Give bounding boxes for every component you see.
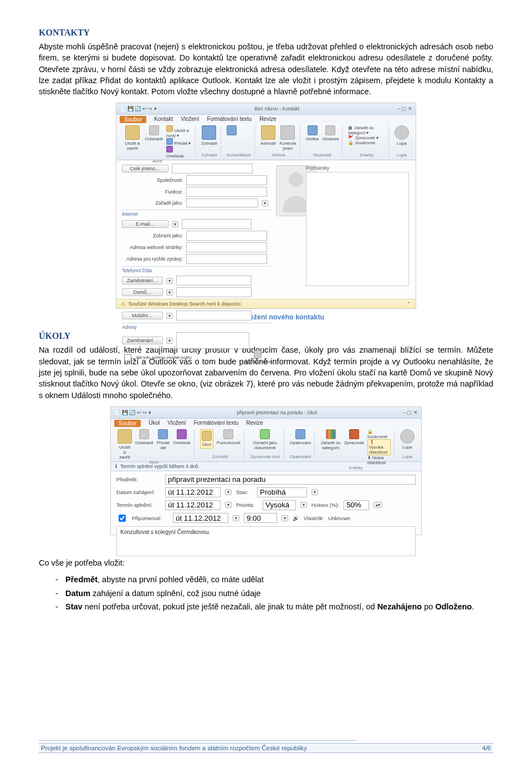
input-due[interactable] [165,500,221,510]
tab2-format[interactable]: Formátování textu [194,420,239,427]
qat-icons-2: 📄 💾 🔄 ↩ ↪ ▾ [114,410,151,415]
select-fileas[interactable] [186,199,258,207]
input-reminder-date[interactable] [173,513,228,523]
tab-format[interactable]: Formátování textu [207,116,252,123]
btn2-flag[interactable]: Zpracovat [344,440,364,445]
group-actions: Akce [123,159,192,164]
notes-textarea[interactable] [306,172,409,286]
group2-zoom-lbl: Lupa [400,454,415,459]
dd-remdate[interactable]: ▾ [233,515,239,521]
btn2-recur[interactable]: Opakování [290,440,311,445]
input-reminder-time[interactable] [244,513,277,523]
heading-kontakty: KONTAKTY [39,28,493,38]
tab-file[interactable]: Soubor [120,116,146,123]
lbl-subject: Předmět: [116,476,161,482]
btn2-complete[interactable]: Označit jako dokončené [250,440,280,450]
tab2-insert[interactable]: Vložení [167,420,186,427]
sound-icon[interactable]: 🔊 [293,515,299,521]
input-bizaddr[interactable] [176,332,249,349]
para-kontakty: Abyste mohli úspěšně pracovat (nejen) s … [39,41,493,97]
btn2-del[interactable]: Odstranit [135,440,153,445]
dd-work[interactable]: ▾ [166,278,173,284]
dropdown-email[interactable]: ▾ [172,221,178,227]
input-company[interactable] [186,175,267,185]
figure-task-window: 📄 💾 🔄 ↩ ↪ ▾ připravit prezentaci na pora… [110,406,422,535]
dropdown-fileas[interactable]: ▾ [262,200,268,206]
window-title-2: připravit prezentaci na poradu - Úkol [237,410,317,415]
dd-remtime[interactable]: ▾ [282,515,288,521]
input-mobilephone[interactable] [176,311,252,321]
input-homephone[interactable] [176,287,252,297]
dd-mobile[interactable]: ▾ [166,313,173,319]
bullet-list: Předmět, abyste na první pohled věděli, … [55,574,493,612]
lbl-company: Společnost: [122,177,183,183]
task-body-text[interactable]: Konzultovat s kolegyní Čermákovou. [116,526,416,556]
tab2-file[interactable]: Soubor [114,420,141,427]
input-email[interactable] [182,219,252,229]
btn-picture[interactable]: Obrázek [322,136,339,141]
lbl-owner: Vlastník: [304,515,324,521]
status-chevron[interactable]: ⌃ [407,301,411,307]
btn2-high[interactable]: Vysoká důležitost [369,445,388,455]
tab-contact[interactable]: Kontakt [154,116,173,123]
input-status[interactable] [257,487,307,497]
btn-zoom[interactable]: Lupa [395,141,409,146]
btn2-cat[interactable]: Zařadit do kategorií [320,440,341,450]
btn-delete[interactable]: Odstranit [145,136,163,141]
list-item: Předmět, abyste na první pohled věděli, … [55,574,493,585]
group-names: Jména [260,152,296,157]
btn-map[interactable]: Najít na mapě [244,359,272,364]
input-fullname[interactable] [172,164,253,174]
spinner-complete[interactable]: ▴▾ [374,502,382,508]
btn-workphone[interactable]: Zaměstnání… [122,277,163,284]
btn2-low[interactable]: Nízká důležitost [367,455,386,465]
dd-home[interactable]: ▾ [166,289,173,296]
btn-checknames[interactable]: Kontrola jmen [279,141,296,151]
input-subject[interactable] [165,475,416,485]
dd-due[interactable]: ▾ [225,502,232,508]
input-complete[interactable] [344,500,369,510]
lbl-complete: Hotovo (%): [311,502,339,508]
figure-contact-window: 📄 💾 🔄 ↩ ↪ ▾ Bez názvu - Kontakt – ▢ ✕ So… [116,103,416,309]
btn2-details[interactable]: Podrobnosti [217,440,241,445]
tab2-review[interactable]: Revize [246,420,263,427]
tab-insert[interactable]: Vložení [181,116,199,123]
status-text: Součást Windows Desktop Search není k di… [129,301,242,307]
btn2-task[interactable]: Úkol [202,442,212,447]
btn2-onenote[interactable]: OneNote [173,440,191,445]
input-jobtitle[interactable] [186,187,267,197]
input-displayas[interactable] [186,231,267,241]
tab2-task[interactable]: Úkol [149,420,160,427]
input-priority[interactable] [263,500,296,510]
tab-review[interactable]: Revize [259,116,277,123]
btn-private[interactable]: Soukromé [355,140,375,145]
btn-forward[interactable]: Předat [174,141,187,146]
input-webpage[interactable] [186,242,267,252]
btn-show[interactable]: Zobrazit [201,141,217,146]
btn-categorize[interactable]: Zařadit do kategorií [348,125,374,135]
btn-bizcard[interactable]: Vizitka [306,136,319,141]
chk-reminder[interactable] [119,515,126,522]
btn2-zoom[interactable]: Lupa [400,445,415,450]
group2-recur: Opakování [290,454,311,459]
btn2-private[interactable]: Soukromé [367,434,387,439]
input-workphone[interactable] [176,276,252,286]
btn-save-close[interactable]: Uložit a zavřít [123,141,142,151]
btn2-fwd[interactable]: Předat dál [156,440,170,450]
dd-priority[interactable]: ▾ [300,502,307,508]
dd-status[interactable]: ▾ [311,489,318,495]
btn2-save[interactable]: Uložit a zavřít [117,445,132,460]
dd-bizaddr[interactable]: ▾ [166,338,173,344]
btn-bizaddr[interactable]: Zaměstnání… [122,337,163,344]
input-imaddress[interactable] [186,254,267,264]
btn-email[interactable]: E-mail… [122,220,168,228]
chk-mailing[interactable] [124,354,131,362]
group-tags: Značky [348,152,385,157]
btn-mobilephone[interactable]: Mobilní… [122,312,163,319]
btn-homephone[interactable]: Domů… [122,288,163,296]
btn-onenote[interactable]: OneNote [166,154,184,159]
input-start[interactable] [165,487,221,497]
dd-start[interactable]: ▾ [225,489,232,495]
btn-addressbook[interactable]: Adresář [260,141,276,146]
btn-fullname[interactable]: Celé jméno… [122,165,168,172]
